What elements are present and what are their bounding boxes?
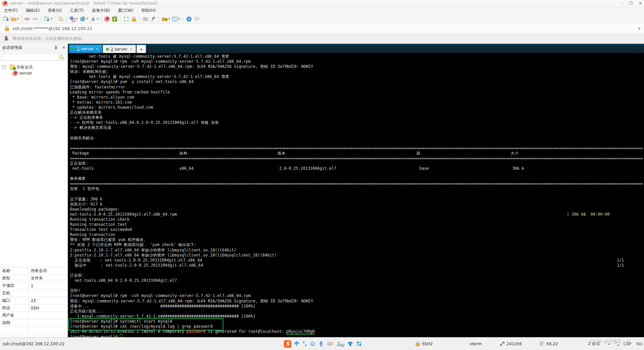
encoding-button[interactable]: ▼	[79, 15, 89, 23]
tab-close-icon[interactable]: ×	[129, 47, 132, 51]
new-file-button[interactable]: ▼	[161, 15, 171, 23]
toolbar: ▼ ▼ ▼ ▼ ▼ ▼ ▼	[0, 14, 644, 24]
punctuation-icon[interactable]: °,	[302, 341, 307, 347]
sogou-logo-icon[interactable]: S	[284, 340, 291, 348]
terminal-line: 正在安装 : net-tools-2.0-0.25.20131004git.el…	[70, 258, 644, 263]
terminal-type[interactable]: xterm	[470, 338, 482, 350]
chevron-down-icon: ▼	[168, 18, 170, 20]
maximize-button[interactable]: ❐	[629, 1, 633, 6]
tab-server-2[interactable]: 2 server ×	[103, 45, 136, 53]
terminal-line: --> 正在检查事务	[70, 115, 644, 120]
xftp-button[interactable]	[111, 15, 119, 23]
terminal-line: net-tools.x86_64 0:2.0-0.25.20131004git.…	[70, 278, 644, 283]
terminal-line: Running transaction check	[70, 217, 644, 222]
session-search-input[interactable]	[2, 54, 59, 60]
reconnect-button[interactable]	[31, 15, 39, 23]
collapse-icon[interactable]: −	[2, 65, 6, 69]
terminal-line: 验证中 : net-tools-2.0-0.25.20131004git.el7…	[70, 263, 644, 268]
session-search-box	[1, 53, 66, 61]
lock-screen-button[interactable]	[130, 15, 138, 23]
compose-button[interactable]: ▼	[69, 15, 79, 23]
status-url: ssh://root@192.168.12.100:22	[3, 338, 65, 350]
session-properties-button[interactable]: ▼	[43, 15, 53, 23]
property-row: 说明	[0, 319, 68, 327]
xshell-button[interactable]	[103, 15, 111, 23]
chinese-mode-icon[interactable]: 中	[294, 341, 299, 347]
pin-icon[interactable]	[53, 45, 59, 51]
search-icon	[59, 54, 65, 60]
menu-item-2[interactable]: 查看(V)	[48, 8, 62, 14]
connected-dot-icon	[72, 48, 75, 50]
terminal-line	[70, 268, 644, 273]
terminal-line: Transaction test succeeded	[70, 227, 644, 232]
menu-item-0[interactable]: 文件(F)	[4, 8, 18, 14]
tab-close-icon[interactable]: ×	[96, 47, 99, 51]
terminal-line: net-tools 被 mysql-community-server-5.7.4…	[70, 74, 644, 79]
tab-label: server	[115, 47, 127, 52]
tab-bar: 1 server × 2 server × + ‹ ›	[68, 44, 644, 53]
terminal-line: 正在安装:	[70, 161, 644, 166]
menu-item-3[interactable]: 工具(T)	[70, 8, 84, 14]
info-bar: 要添加当前会话，点击左侧的箭头按钮。	[0, 33, 644, 44]
mic-icon[interactable]	[318, 341, 324, 347]
session-manager-panel: 会话管理器 ✕ − ·· 所有会话 server 名称所有会话类型文件夹子项目1…	[0, 44, 68, 338]
property-label: 子项目	[0, 282, 29, 289]
session-properties-grid: 名称所有会话类型文件夹子项目1主机端口22协议SSH用户名说明	[0, 267, 68, 334]
highlight-button[interactable]	[149, 15, 157, 23]
session-url[interactable]: ssh://root:*******@192.168.12.100:22	[13, 26, 92, 31]
tab-scroll-right-icon[interactable]: ›	[634, 46, 635, 51]
close-button[interactable]: ✕	[639, 1, 642, 6]
tree-node-label: 所有会话	[17, 64, 33, 70]
login-badge: 29	[340, 344, 344, 347]
terminal-line: * base: mirrors.aliyun.com	[70, 95, 644, 100]
ime-bar: S 中 °, ☺ 29	[284, 338, 362, 350]
help-button[interactable]	[185, 15, 193, 23]
lines-icon	[539, 341, 545, 347]
property-label: 主机	[0, 290, 29, 297]
toolbox-icon[interactable]	[356, 341, 362, 347]
emoji-icon[interactable]: ☺	[310, 341, 315, 347]
chevron-down-icon: ▼	[178, 18, 180, 20]
open-session-button[interactable]: ▼	[10, 15, 20, 23]
layout-button[interactable]: ▼	[171, 15, 181, 23]
scroll-arrows-icon[interactable]	[614, 338, 620, 350]
tree-node-all-sessions[interactable]: − ·· 所有会话	[2, 64, 68, 70]
terminal-line	[70, 283, 644, 288]
skin-icon[interactable]	[347, 341, 353, 347]
find-button[interactable]	[57, 15, 65, 23]
tree-node-server[interactable]: server	[12, 70, 68, 76]
virtual-keyboard-button[interactable]	[142, 15, 149, 23]
terminal-line: 安装大小: 917 k	[70, 202, 644, 207]
feedback-button[interactable]	[193, 15, 201, 23]
menu-item-5[interactable]: 窗口(W)	[118, 8, 133, 14]
login-icon[interactable]: 29	[336, 341, 344, 347]
property-label: 名称	[0, 267, 29, 274]
lock-icon	[415, 341, 421, 347]
tab-index: 1	[77, 47, 80, 51]
status-bar: ssh://root@192.168.12.100:22 S 中 °, ☺ 29…	[0, 337, 644, 350]
new-session-button[interactable]	[2, 15, 10, 23]
tab-scroll-left-icon[interactable]: ‹	[628, 46, 629, 51]
terminal[interactable]: net-tools 被 mysql-community-server-5.7.4…	[68, 53, 644, 338]
disconnect-button[interactable]	[24, 15, 31, 23]
new-tab-button[interactable]: +	[137, 45, 146, 53]
terminal-line: 2023-09-05T03:19:52.654819Z 1 [Note] A t…	[70, 329, 644, 334]
soft-keyboard-icon[interactable]	[327, 341, 333, 347]
menu-item-1[interactable]: 编辑(E)	[26, 8, 40, 14]
tab-server-1[interactable]: 1 server ×	[69, 45, 102, 53]
minimize-button[interactable]: –	[621, 1, 623, 6]
connected-dot-icon	[106, 48, 109, 51]
chevron-down-icon[interactable]: ▼	[638, 27, 641, 30]
terminal-line: [root@server mysql]# cat /var/log/mysqld…	[70, 324, 644, 329]
terminal-line: * extras: mirrors.163.com	[70, 100, 644, 105]
session-count[interactable]: 2 会话	[588, 338, 600, 350]
menu-item-6[interactable]: 帮助(H)	[141, 8, 155, 14]
fullscreen-button[interactable]	[122, 15, 130, 23]
menu-item-4[interactable]: 选项卡(B)	[92, 8, 110, 14]
terminal-line: 事务概要	[70, 176, 644, 181]
terminal-line: [root@server mysql]# systemctl start mys…	[70, 319, 644, 324]
close-panel-icon[interactable]: ✕	[62, 45, 66, 50]
font-button[interactable]: ▼	[89, 15, 99, 23]
sessions-expand-icon[interactable]: ▴	[608, 338, 610, 350]
terminal-line: 正在解决依赖关系	[70, 110, 644, 115]
